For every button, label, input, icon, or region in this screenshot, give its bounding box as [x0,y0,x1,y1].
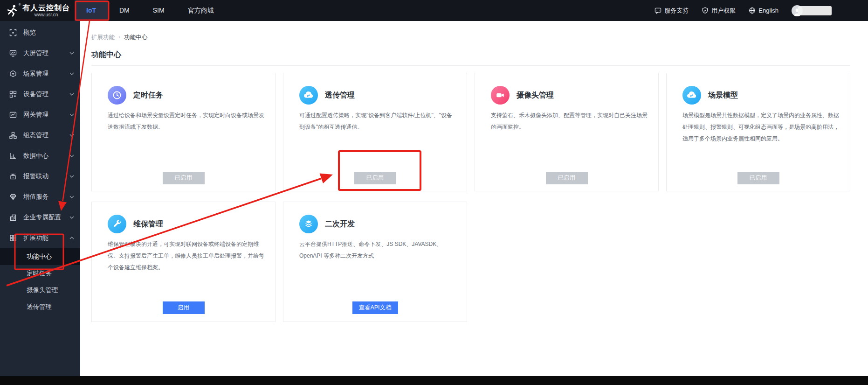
chevron-up-icon [69,236,74,240]
cloud-scene-icon [682,86,701,105]
sidebar-sublabel: 透传管理 [27,303,52,311]
usr-runner-logo-icon: ® [5,3,20,18]
card-title: 维保管理 [133,219,163,229]
sidebar-label: 报警联动 [23,172,48,181]
card-passthrough: 透传管理 可通过配置透传策略，实现"设备到客户端软件/上位机"、"设备到设备"的… [283,73,467,191]
sidebar-subitem-camera-management[interactable]: 摄像头管理 [0,282,80,299]
sidebar-item-data-center[interactable]: 数据中心 [0,146,80,166]
bottom-bar [0,376,868,385]
card-description: 维保管理板块的开通，可实现对联网设备或终端设备的定期维保。支持报警后产生工单，维… [108,238,266,273]
sidebar-item-enterprise-config[interactable]: 企业专属配置 [0,207,80,228]
sidebar-label: 扩展功能 [23,234,48,242]
view-api-docs-button[interactable]: 查看API文档 [352,301,398,314]
language-label: English [758,7,778,14]
chevron-down-icon [69,133,74,137]
feature-cards-row-1: 定时任务 通过给设备和场景变量设置定时任务，实现定时向设备或场景发送数据流或下发… [91,73,850,191]
sidebar-item-extended-functions[interactable]: 扩展功能 [0,228,80,248]
main-content: 扩展功能 › 功能中心 功能中心 定时任务 通过给设备和场景变量设置定时任务，实… [80,21,868,376]
sidebar-label: 增值服务 [23,193,48,201]
card-title: 透传管理 [325,91,355,100]
shield-icon [702,7,709,14]
extensions-icon [9,234,17,242]
clock-icon [108,86,126,105]
extended-functions-submenu: 功能中心 定时任务 摄像头管理 透传管理 [0,248,80,315]
alarm-icon [9,173,17,180]
device-icon [9,91,17,98]
gateway-icon [9,111,17,119]
card-scheduled-task: 定时任务 通过给设备和场景变量设置定时任务，实现定时向设备或场景发送数据流或下发… [91,73,276,191]
enable-button[interactable]: 启用 [163,301,205,314]
wrench-icon [108,215,126,233]
sidebar-item-configuration-management[interactable]: 组态管理 [0,125,80,146]
card-description: 支持萤石、禾木摄像头添加、配置等管理，实现对自己关注场景的画面监控。 [491,110,649,133]
breadcrumb-separator-icon: › [118,34,120,42]
chevron-down-icon [69,92,74,96]
scene-icon [9,70,17,77]
feature-cards-row-2: 维保管理 维保管理板块的开通，可实现对联网设备或终端设备的定期维保。支持报警后产… [91,202,467,322]
title-divider [91,65,850,66]
card-title: 摄像头管理 [517,91,554,100]
card-camera: 摄像头管理 支持萤石、禾木摄像头添加、配置等管理，实现对自己关注场景的画面监控。… [475,73,659,191]
sidebar-label: 设备管理 [23,90,48,98]
user-permissions-menu[interactable]: 用户权限 [702,7,736,15]
sidebar-subitem-function-center[interactable]: 功能中心 [0,248,80,265]
product-tabs: IoT DM SIM 官方商城 [75,0,226,21]
sidebar-subitem-passthrough-management[interactable]: 透传管理 [0,299,80,315]
chevron-down-icon [69,72,74,76]
sidebar-item-big-screen[interactable]: 大屏管理 [0,43,80,63]
enabled-button[interactable]: 已启用 [737,172,779,184]
tab-official-mall[interactable]: 官方商城 [176,0,226,21]
sidebar-sublabel: 定时任务 [27,269,52,278]
card-title: 二次开发 [325,219,355,229]
chevron-down-icon [69,195,74,199]
app-logo[interactable]: ® 有人云控制台 www.usr.cn [0,3,80,18]
user-permissions-label: 用户权限 [711,7,736,15]
card-description: 场景模型是场景共性数据模型，定义了场景内的业务属性、数据处理规则、报警规则、可视… [682,110,841,145]
sidebar-item-scene-management[interactable]: 场景管理 [0,63,80,84]
sidebar-label: 企业专属配置 [23,213,61,222]
tab-sim[interactable]: SIM [141,0,176,21]
card-title: 定时任务 [133,91,163,100]
sidebar-item-device-management[interactable]: 设备管理 [0,84,80,105]
sidebar-item-overview[interactable]: 概览 [0,22,80,43]
registered-mark: ® [19,3,21,6]
layers-icon [299,215,318,233]
sidebar-item-alarm-linkage[interactable]: 报警联动 [0,166,80,187]
sidebar-label: 场景管理 [23,70,48,78]
app-url: www.usr.cn [22,12,70,18]
breadcrumb: 扩展功能 › 功能中心 [91,34,147,42]
chevron-down-icon [69,216,74,219]
sidebar-sublabel: 功能中心 [27,252,52,261]
sidebar-item-gateway-management[interactable]: 网关管理 [0,105,80,125]
language-switcher[interactable]: English [749,7,778,14]
sidebar-label: 大屏管理 [23,49,48,57]
card-description: 通过给设备和场景变量设置定时任务，实现定时向设备或场景发送数据流或下发数据。 [108,110,266,133]
data-center-icon [9,152,17,160]
enabled-button[interactable]: 已启用 [163,172,205,184]
card-description: 可通过配置透传策略，实现"设备到客户端软件/上位机"、"设备到设备"的相互透传通… [299,110,458,133]
card-description: 云平台提供HTTP推送、命令下发、JS SDK、JAVASDK、OpenAPI … [299,238,458,262]
service-support-label: 服务支持 [664,7,689,15]
value-added-icon [9,193,17,201]
sidebar-subitem-scheduled-tasks[interactable]: 定时任务 [0,265,80,282]
sidebar-label: 网关管理 [23,111,48,119]
overview-icon [9,29,17,36]
top-header: ® 有人云控制台 www.usr.cn IoT DM SIM 官方商城 服务支持 [0,0,868,21]
card-title: 场景模型 [708,91,738,100]
chevron-down-icon [69,51,74,55]
service-support-menu[interactable]: 服务支持 [654,7,689,15]
enabled-button[interactable]: 已启用 [546,172,588,184]
sidebar-sublabel: 摄像头管理 [27,286,58,294]
breadcrumb-parent[interactable]: 扩展功能 [91,34,115,42]
sidebar-label: 数据中心 [23,152,48,160]
enabled-button[interactable]: 已启用 [354,172,396,184]
chevron-down-icon [69,113,74,117]
chat-icon [654,7,661,14]
cloud-transfer-icon [299,86,318,105]
chevron-down-icon [69,154,74,158]
sidebar-item-value-added-services[interactable]: 增值服务 [0,187,80,207]
sidebar-nav: 概览 大屏管理 场景管理 [0,21,80,376]
tab-iot[interactable]: IoT [75,0,108,21]
tab-dm[interactable]: DM [108,0,141,21]
chevron-down-icon [69,175,74,178]
